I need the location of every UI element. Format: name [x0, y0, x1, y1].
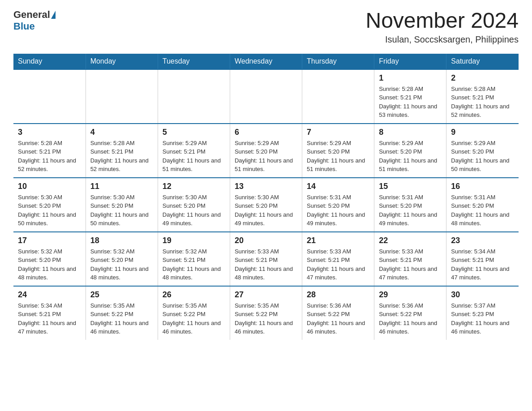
day-info: Sunrise: 5:33 AMSunset: 5:21 PMDaylight:…	[235, 247, 297, 282]
day-number: 23	[451, 236, 514, 245]
calendar-cell: 13Sunrise: 5:30 AMSunset: 5:20 PMDayligh…	[230, 178, 302, 232]
day-info: Sunrise: 5:34 AMSunset: 5:21 PMDaylight:…	[451, 247, 514, 282]
calendar-cell	[86, 69, 158, 124]
weekday-sunday: Sunday	[13, 54, 86, 69]
day-number: 26	[163, 290, 225, 300]
day-info: Sunrise: 5:29 AMSunset: 5:20 PMDaylight:…	[379, 139, 442, 174]
day-info: Sunrise: 5:31 AMSunset: 5:20 PMDaylight:…	[379, 193, 442, 228]
day-number: 22	[379, 236, 442, 245]
page-header: General Blue November 2024 Isulan, Soccs…	[13, 9, 519, 45]
day-info: Sunrise: 5:31 AMSunset: 5:20 PMDaylight:…	[307, 193, 369, 228]
day-number: 6	[235, 128, 297, 137]
calendar-cell: 24Sunrise: 5:34 AMSunset: 5:21 PMDayligh…	[13, 286, 86, 340]
calendar-cell: 26Sunrise: 5:35 AMSunset: 5:22 PMDayligh…	[158, 286, 230, 340]
calendar-cell: 14Sunrise: 5:31 AMSunset: 5:20 PMDayligh…	[302, 178, 374, 232]
day-number: 5	[163, 128, 225, 137]
calendar-cell: 7Sunrise: 5:29 AMSunset: 5:20 PMDaylight…	[302, 124, 374, 178]
day-number: 25	[90, 290, 153, 300]
month-title: November 2024	[365, 9, 519, 33]
calendar-cell: 15Sunrise: 5:31 AMSunset: 5:20 PMDayligh…	[374, 178, 446, 232]
day-number: 9	[451, 128, 514, 137]
week-row-5: 24Sunrise: 5:34 AMSunset: 5:21 PMDayligh…	[13, 286, 519, 340]
logo-text-blue: Blue	[13, 21, 35, 32]
day-number: 1	[379, 73, 442, 83]
calendar-cell: 9Sunrise: 5:29 AMSunset: 5:20 PMDaylight…	[446, 124, 519, 178]
day-info: Sunrise: 5:37 AMSunset: 5:23 PMDaylight:…	[451, 301, 514, 336]
calendar-cell: 16Sunrise: 5:31 AMSunset: 5:20 PMDayligh…	[446, 178, 519, 232]
day-info: Sunrise: 5:32 AMSunset: 5:20 PMDaylight:…	[90, 247, 153, 282]
day-number: 18	[90, 236, 153, 245]
day-number: 21	[307, 236, 369, 245]
logo-text-general: General	[13, 9, 50, 21]
day-info: Sunrise: 5:28 AMSunset: 5:21 PMDaylight:…	[379, 85, 442, 120]
day-info: Sunrise: 5:36 AMSunset: 5:22 PMDaylight:…	[379, 301, 442, 336]
calendar-cell: 22Sunrise: 5:33 AMSunset: 5:21 PMDayligh…	[374, 232, 446, 286]
day-number: 19	[163, 236, 225, 245]
calendar-cell: 21Sunrise: 5:33 AMSunset: 5:21 PMDayligh…	[302, 232, 374, 286]
day-number: 11	[90, 182, 153, 191]
day-number: 4	[90, 128, 153, 137]
calendar-cell: 6Sunrise: 5:29 AMSunset: 5:20 PMDaylight…	[230, 124, 302, 178]
day-info: Sunrise: 5:30 AMSunset: 5:20 PMDaylight:…	[235, 193, 297, 228]
day-number: 17	[18, 236, 81, 245]
calendar-cell: 10Sunrise: 5:30 AMSunset: 5:20 PMDayligh…	[13, 178, 86, 232]
calendar-cell: 27Sunrise: 5:35 AMSunset: 5:22 PMDayligh…	[230, 286, 302, 340]
day-info: Sunrise: 5:30 AMSunset: 5:20 PMDaylight:…	[90, 193, 153, 228]
day-number: 16	[451, 182, 514, 191]
calendar-cell: 2Sunrise: 5:28 AMSunset: 5:21 PMDaylight…	[446, 69, 519, 124]
day-number: 12	[163, 182, 225, 191]
logo: General Blue	[13, 9, 56, 33]
week-row-2: 3Sunrise: 5:28 AMSunset: 5:21 PMDaylight…	[13, 124, 519, 178]
day-number: 2	[451, 73, 514, 83]
day-info: Sunrise: 5:29 AMSunset: 5:20 PMDaylight:…	[307, 139, 369, 174]
day-info: Sunrise: 5:35 AMSunset: 5:22 PMDaylight:…	[235, 301, 297, 336]
logo-triangle-icon	[51, 11, 56, 19]
calendar-table: SundayMondayTuesdayWednesdayThursdayFrid…	[13, 54, 519, 340]
calendar-header: SundayMondayTuesdayWednesdayThursdayFrid…	[13, 54, 519, 69]
calendar-cell: 19Sunrise: 5:32 AMSunset: 5:21 PMDayligh…	[158, 232, 230, 286]
calendar-cell: 1Sunrise: 5:28 AMSunset: 5:21 PMDaylight…	[374, 69, 446, 124]
day-info: Sunrise: 5:32 AMSunset: 5:21 PMDaylight:…	[163, 247, 225, 282]
calendar-cell: 12Sunrise: 5:30 AMSunset: 5:20 PMDayligh…	[158, 178, 230, 232]
day-number: 28	[307, 290, 369, 300]
day-info: Sunrise: 5:35 AMSunset: 5:22 PMDaylight:…	[90, 301, 153, 336]
day-info: Sunrise: 5:28 AMSunset: 5:21 PMDaylight:…	[451, 85, 514, 120]
day-number: 8	[379, 128, 442, 137]
day-number: 20	[235, 236, 297, 245]
week-row-1: 1Sunrise: 5:28 AMSunset: 5:21 PMDaylight…	[13, 69, 519, 124]
day-info: Sunrise: 5:35 AMSunset: 5:22 PMDaylight:…	[163, 301, 225, 336]
calendar-cell: 20Sunrise: 5:33 AMSunset: 5:21 PMDayligh…	[230, 232, 302, 286]
weekday-thursday: Thursday	[302, 54, 374, 69]
day-number: 15	[379, 182, 442, 191]
day-info: Sunrise: 5:31 AMSunset: 5:20 PMDaylight:…	[451, 193, 514, 228]
day-info: Sunrise: 5:30 AMSunset: 5:20 PMDaylight:…	[18, 193, 81, 228]
calendar-cell: 30Sunrise: 5:37 AMSunset: 5:23 PMDayligh…	[446, 286, 519, 340]
calendar-cell: 4Sunrise: 5:28 AMSunset: 5:21 PMDaylight…	[86, 124, 158, 178]
calendar-cell: 17Sunrise: 5:32 AMSunset: 5:20 PMDayligh…	[13, 232, 86, 286]
calendar-cell	[158, 69, 230, 124]
week-row-4: 17Sunrise: 5:32 AMSunset: 5:20 PMDayligh…	[13, 232, 519, 286]
calendar-cell: 18Sunrise: 5:32 AMSunset: 5:20 PMDayligh…	[86, 232, 158, 286]
calendar-cell: 25Sunrise: 5:35 AMSunset: 5:22 PMDayligh…	[86, 286, 158, 340]
location-title: Isulan, Soccsksargen, Philippines	[365, 34, 519, 45]
day-number: 30	[451, 290, 514, 300]
calendar-cell: 3Sunrise: 5:28 AMSunset: 5:21 PMDaylight…	[13, 124, 86, 178]
day-number: 13	[235, 182, 297, 191]
day-info: Sunrise: 5:28 AMSunset: 5:21 PMDaylight:…	[18, 139, 81, 174]
title-block: November 2024 Isulan, Soccsksargen, Phil…	[365, 9, 519, 45]
day-info: Sunrise: 5:28 AMSunset: 5:21 PMDaylight:…	[90, 139, 153, 174]
calendar-cell: 8Sunrise: 5:29 AMSunset: 5:20 PMDaylight…	[374, 124, 446, 178]
day-info: Sunrise: 5:29 AMSunset: 5:21 PMDaylight:…	[163, 139, 225, 174]
weekday-tuesday: Tuesday	[158, 54, 230, 69]
calendar-cell: 28Sunrise: 5:36 AMSunset: 5:22 PMDayligh…	[302, 286, 374, 340]
week-row-3: 10Sunrise: 5:30 AMSunset: 5:20 PMDayligh…	[13, 178, 519, 232]
day-number: 27	[235, 290, 297, 300]
day-info: Sunrise: 5:29 AMSunset: 5:20 PMDaylight:…	[235, 139, 297, 174]
day-info: Sunrise: 5:30 AMSunset: 5:20 PMDaylight:…	[163, 193, 225, 228]
day-info: Sunrise: 5:32 AMSunset: 5:20 PMDaylight:…	[18, 247, 81, 282]
day-number: 10	[18, 182, 81, 191]
weekday-row: SundayMondayTuesdayWednesdayThursdayFrid…	[13, 54, 519, 69]
day-number: 3	[18, 128, 81, 137]
day-number: 7	[307, 128, 369, 137]
calendar-cell: 29Sunrise: 5:36 AMSunset: 5:22 PMDayligh…	[374, 286, 446, 340]
